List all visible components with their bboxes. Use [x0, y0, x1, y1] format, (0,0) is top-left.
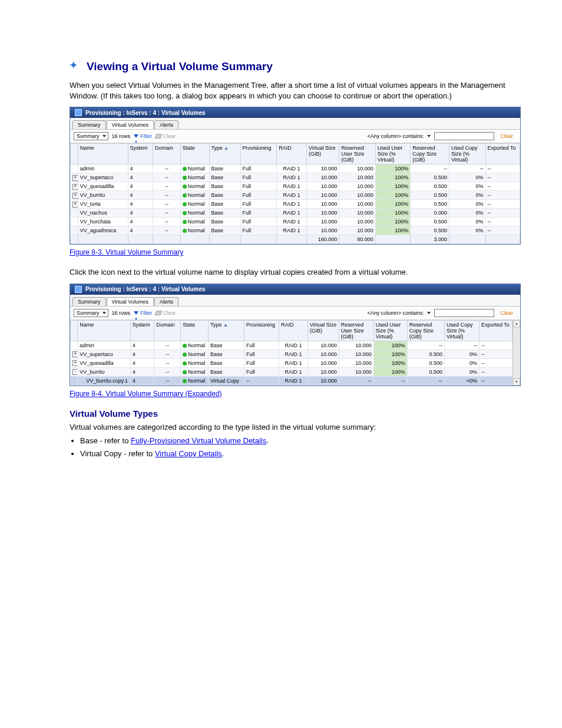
anycol-filter: <Any column> contains: Clear — [367, 132, 517, 140]
section-heading: Virtual Volume Types — [70, 409, 521, 419]
col-header[interactable]: Reserved User Size (GiB) — [339, 144, 376, 164]
col-header[interactable]: System — [130, 320, 154, 341]
col-header[interactable]: Used User Size (% Virtual) — [375, 144, 410, 164]
list-item: Virtual Copy - refer to Virtual Copy Det… — [80, 449, 521, 459]
collapse-icon[interactable]: - — [72, 369, 78, 375]
col-header[interactable]: Domain — [153, 144, 181, 164]
view-dropdown[interactable]: Summary — [74, 309, 108, 317]
table-row[interactable]: +VV_supertaco4--NormalBaseFullRAID 110.0… — [71, 350, 513, 358]
clear-link[interactable]: Clear — [497, 310, 517, 316]
window-icon — [75, 286, 82, 293]
eraser-icon — [155, 311, 163, 315]
clear-button[interactable]: Clear — [156, 310, 176, 316]
expand-icon[interactable]: + — [72, 351, 78, 357]
status-normal-icon — [183, 353, 187, 357]
expand-icon[interactable]: + — [72, 184, 78, 190]
col-header[interactable]: Used Copy Size (% Virtual) — [444, 320, 479, 341]
table-row[interactable]: admin4--NormalBaseFullRAID 110.00010.000… — [71, 341, 513, 350]
scroll-down-icon[interactable]: ▼ — [513, 378, 520, 386]
col-header[interactable]: RAID — [277, 144, 307, 164]
status-normal-icon — [183, 370, 187, 374]
col-header[interactable]: Provisioning — [244, 320, 279, 341]
tab-alerts[interactable]: Alerts — [154, 120, 178, 129]
status-normal-icon — [183, 211, 187, 215]
col-header[interactable]: Domain — [154, 320, 181, 341]
tab-summary[interactable]: Summary — [72, 120, 106, 129]
tab-virtual-volumes[interactable]: Virtual Volumes — [107, 297, 154, 306]
search-input[interactable] — [434, 132, 494, 140]
funnel-icon — [134, 311, 138, 315]
col-header[interactable]: Virtual Size (GiB) — [308, 320, 339, 341]
expand-icon[interactable]: + — [72, 202, 78, 207]
col-header[interactable]: Type — [209, 320, 244, 341]
col-header[interactable]: Reserved User Size (GiB) — [339, 320, 373, 341]
doc-link[interactable]: Fully-Provisioned Virtual Volume Details — [131, 436, 266, 445]
tab-row: SummaryVirtual VolumesAlerts — [70, 118, 520, 130]
filter-button[interactable]: Filter — [134, 310, 152, 316]
clear-button[interactable]: Clear — [156, 133, 176, 139]
col-header[interactable]: State — [180, 144, 209, 164]
table-row[interactable]: VV_nachos4--NormalBaseFullRAID 110.00010… — [71, 209, 520, 218]
status-normal-icon — [183, 167, 187, 171]
tab-row: SummaryVirtual VolumesAlerts — [70, 295, 520, 307]
col-header[interactable]: Used Copy Size (% Virtual) — [449, 144, 485, 164]
col-header[interactable]: Virtual Size (GiB) — [307, 144, 339, 164]
col-header[interactable]: Type — [209, 144, 240, 164]
tab-alerts[interactable]: Alerts — [154, 297, 178, 306]
intro-paragraph: When you select Virtual Volumes in the M… — [70, 80, 521, 101]
screenshot-fig2: Provisioning : InServs : 4 : Virtual Vol… — [70, 284, 521, 386]
status-normal-icon — [183, 361, 187, 365]
table-row[interactable]: +VV_supertaco4--NormalBaseFullRAID 110.0… — [71, 173, 520, 182]
expand-icon[interactable]: + — [72, 175, 78, 181]
col-header[interactable]: Reserved Copy Size (GiB) — [407, 320, 444, 341]
table-row[interactable]: VV_aguafresca4--NormalBaseFullRAID 110.0… — [71, 226, 520, 235]
vv-table-fig2: NameSystemDomainStateTypeProvisioningRAI… — [70, 320, 513, 386]
table-row[interactable]: +VV_quesadilla4--NormalBaseFullRAID 110.… — [71, 182, 520, 191]
expand-icon[interactable]: + — [72, 193, 78, 199]
window-titlebar: Provisioning : InServs : 4 : Virtual Vol… — [70, 284, 520, 295]
eraser-icon — [155, 134, 163, 139]
status-normal-icon — [183, 220, 187, 224]
window-title: Provisioning : InServs : 4 : Virtual Vol… — [85, 110, 206, 116]
col-header[interactable]: RAID — [279, 320, 308, 341]
filter-button[interactable]: Filter — [134, 133, 152, 139]
table-row[interactable]: VV_horchata4--NormalBaseFullRAID 110.000… — [71, 218, 520, 226]
window-icon — [75, 109, 82, 116]
anycol-filter: <Any column> contains: Clear — [367, 309, 517, 317]
status-normal-icon — [183, 229, 187, 233]
col-header[interactable]: Name — [78, 144, 128, 164]
table-row[interactable]: +VV_burrito4--NormalBaseFullRAID 110.000… — [71, 191, 520, 200]
col-header[interactable]: Provisioning — [240, 144, 277, 164]
table-row[interactable]: -VV_burrito4--NormalBaseFullRAID 110.000… — [71, 367, 513, 376]
clear-link[interactable]: Clear — [497, 133, 517, 139]
col-header[interactable]: Exported To — [479, 320, 512, 341]
heading-marker-icon: ✦ — [70, 60, 77, 71]
toolbar: Summary 16 rows Filter Clear <Any column… — [70, 307, 520, 320]
doc-link[interactable]: Virtual Copy Details — [155, 449, 222, 458]
vertical-scrollbar[interactable]: ▲ ▼ — [513, 320, 520, 386]
vv-table-fig1: NameSystemDomainStateTypeProvisioningRAI… — [70, 143, 520, 244]
tab-virtual-volumes[interactable]: Virtual Volumes — [107, 120, 154, 129]
expand-icon[interactable]: + — [72, 360, 78, 366]
search-input[interactable] — [434, 309, 494, 317]
col-header[interactable]: State — [181, 320, 209, 341]
table-row[interactable]: +VV_torta4--NormalBaseFullRAID 110.00010… — [71, 200, 520, 209]
chevron-down-icon[interactable] — [426, 310, 432, 316]
view-dropdown[interactable]: Summary — [74, 132, 108, 140]
tip-paragraph: Click the icon next to the virtual volum… — [70, 267, 521, 278]
sort-asc-icon — [224, 324, 227, 327]
body-paragraph: Virtual volumes are categorized accordin… — [70, 422, 521, 433]
col-header[interactable]: Reserved Copy Size (GiB) — [411, 144, 449, 164]
col-header[interactable]: Used User Size (% Virtual) — [373, 320, 407, 341]
table-row[interactable]: admin4--NormalBaseFullRAID 110.00010.000… — [71, 164, 520, 173]
col-header[interactable]: Exported To — [485, 144, 520, 164]
col-header[interactable]: Name — [78, 320, 131, 341]
status-normal-icon — [183, 344, 187, 348]
figure-caption: Figure 8-4. Virtual Volume Summary (Expa… — [70, 390, 521, 398]
chevron-down-icon[interactable] — [426, 133, 432, 139]
table-row[interactable]: VV_burrito.copy.14--NormalVirtual Copy--… — [71, 376, 513, 385]
tab-summary[interactable]: Summary — [72, 297, 106, 306]
scroll-up-icon[interactable]: ▲ — [513, 320, 520, 327]
col-header[interactable]: System — [128, 144, 153, 164]
table-row[interactable]: +VV_quesadilla4--NormalBaseFullRAID 110.… — [71, 358, 513, 367]
